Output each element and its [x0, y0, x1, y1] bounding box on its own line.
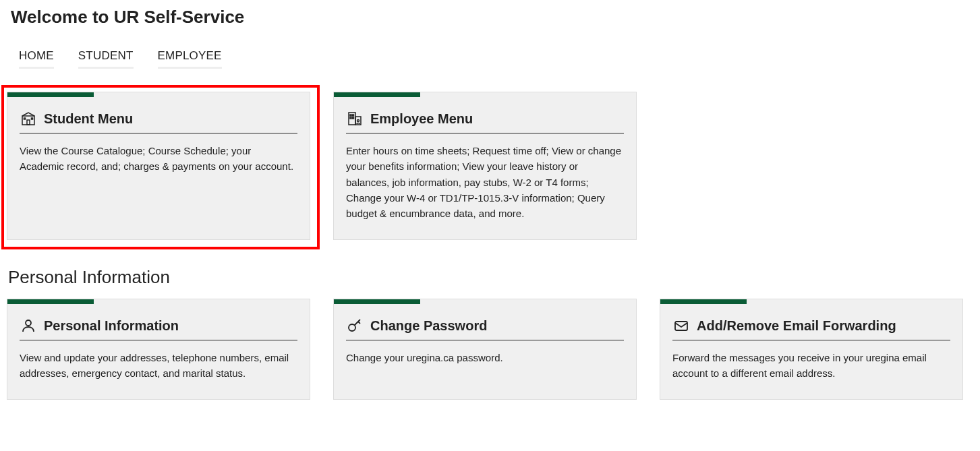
svg-rect-1 [27, 120, 30, 125]
svg-point-10 [357, 120, 359, 122]
svg-rect-8 [350, 117, 351, 119]
section-title-personal: Personal Information [7, 267, 973, 288]
page-title: Welcome to UR Self-Service [7, 7, 973, 28]
card-email-forwarding-wrapper: Add/Remove Email Forwarding Forward the … [660, 299, 963, 400]
tab-home[interactable]: HOME [19, 49, 54, 69]
svg-rect-13 [675, 322, 687, 330]
office-building-icon [346, 110, 364, 127]
svg-point-11 [26, 320, 31, 326]
tab-employee[interactable]: EMPLOYEE [158, 49, 222, 69]
svg-rect-9 [353, 117, 354, 119]
card-title: Personal Information [44, 318, 179, 334]
key-icon [346, 317, 364, 334]
card-accent [660, 299, 747, 304]
card-email-forwarding[interactable]: Add/Remove Email Forwarding Forward the … [660, 299, 963, 400]
school-building-icon [20, 110, 37, 127]
svg-rect-7 [353, 115, 354, 116]
card-accent [334, 92, 420, 97]
card-personal-info[interactable]: Personal Information View and update you… [7, 299, 310, 400]
tab-nav: HOME STUDENT EMPLOYEE [7, 49, 973, 69]
card-title: Employee Menu [370, 111, 473, 127]
bottom-card-row: Personal Information View and update you… [7, 299, 973, 400]
card-personal-info-wrapper: Personal Information View and update you… [7, 299, 310, 400]
card-desc: View and update your addresses, telephon… [20, 350, 297, 382]
card-desc: View the Course Catalogue; Course Schedu… [20, 143, 297, 175]
card-change-password[interactable]: Change Password Change your uregina.ca p… [333, 299, 637, 400]
card-student-menu[interactable]: Student Menu View the Course Catalogue; … [7, 92, 310, 240]
card-change-password-wrapper: Change Password Change your uregina.ca p… [333, 299, 637, 400]
tab-student[interactable]: STUDENT [78, 49, 134, 69]
card-title: Change Password [370, 318, 487, 334]
envelope-icon [672, 317, 690, 334]
card-title: Add/Remove Email Forwarding [697, 318, 896, 334]
card-desc: Change your uregina.ca password. [346, 350, 624, 365]
card-student-menu-wrapper: Student Menu View the Course Catalogue; … [7, 92, 310, 240]
svg-rect-2 [24, 118, 26, 119]
top-card-row: Student Menu View the Course Catalogue; … [7, 92, 973, 240]
card-employee-menu-wrapper: Employee Menu Enter hours on time sheets… [333, 92, 637, 240]
card-desc: Forward the messages you receive in your… [672, 350, 950, 382]
card-desc: Enter hours on time sheets; Request time… [346, 143, 624, 221]
svg-rect-3 [32, 118, 33, 119]
svg-rect-6 [350, 115, 351, 116]
card-accent [7, 299, 94, 304]
card-title: Student Menu [44, 111, 133, 127]
card-accent [334, 299, 420, 304]
person-icon [20, 317, 37, 334]
card-employee-menu[interactable]: Employee Menu Enter hours on time sheets… [333, 92, 637, 240]
card-accent [7, 92, 94, 97]
